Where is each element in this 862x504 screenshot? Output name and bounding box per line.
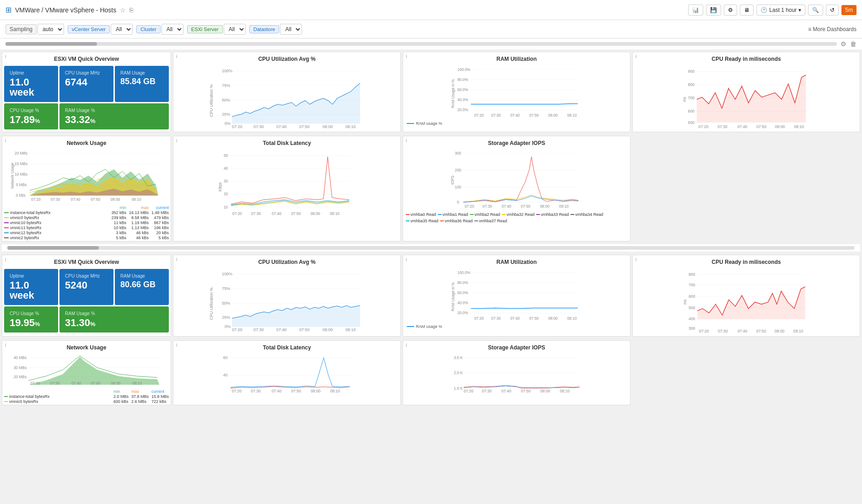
panel-title-8: ESXi VM Quick Overview [2, 255, 171, 267]
refresh-button[interactable]: ↺ [826, 5, 839, 16]
ram-usage-value-2: 80.66 GB [120, 280, 163, 289]
panel-info-1: i [5, 54, 6, 59]
panel-title-6: Total Disk Latency [173, 136, 400, 148]
svg-text:07:50: 07:50 [756, 329, 766, 333]
sampling-select[interactable]: auto [38, 24, 64, 35]
svg-text:07:20: 07:20 [474, 316, 484, 321]
panel-title-13: Total Disk Latency [173, 341, 400, 353]
svg-text:08:10: 08:10 [330, 389, 340, 393]
add-panel-icon: 📊 [692, 7, 699, 13]
svg-text:07:30: 07:30 [251, 389, 261, 393]
network-legend-1: minmaxcurrent instance-total bytesRx352 … [2, 204, 171, 241]
time-picker[interactable]: 🕐 Last 1 hour ▾ [756, 5, 805, 16]
cluster-select[interactable]: All [162, 24, 183, 35]
svg-text:08:00: 08:00 [540, 389, 550, 393]
panel-network-1: i Network Usage 20 MBs 15 MBs 10 MBs 5 M… [2, 136, 171, 241]
svg-text:100.0%: 100.0% [458, 270, 471, 275]
svg-text:07:50: 07:50 [521, 204, 530, 209]
dashboard-row-3: i ESXi VM Quick Overview Uptime 11.0 wee… [0, 253, 862, 338]
delete-small-button[interactable]: 🗑 [850, 40, 857, 48]
svg-text:5 MBs: 5 MBs [16, 182, 27, 187]
svg-text:800: 800 [688, 82, 695, 87]
save-button[interactable]: 💾 [706, 5, 721, 16]
sampling-label: Sampling [5, 24, 37, 34]
svg-text:10 MBs: 10 MBs [15, 172, 27, 177]
svg-text:07:40: 07:40 [501, 389, 512, 393]
cpu-mhz-cell: CPU Usage MHz 6744 [59, 66, 113, 102]
svg-text:07:30: 07:30 [50, 381, 59, 386]
monitor-button[interactable]: 🖥 [740, 5, 754, 16]
svg-text:08:00: 08:00 [548, 316, 558, 321]
svg-text:07:20: 07:20 [464, 204, 474, 209]
top-bar-right: 📊 💾 ⚙ 🖥 🕐 Last 1 hour ▾ 🔍 ↺ 5m [688, 5, 857, 16]
ram-usage-value: 85.84 GB [120, 77, 163, 86]
panel-info-2: i [176, 54, 177, 59]
search-button[interactable]: 🔍 [808, 5, 823, 16]
panel-info-5: i [5, 138, 6, 143]
svg-text:07:50: 07:50 [299, 124, 310, 128]
cpu-mhz-cell-2: CPU Usage MHz 5240 [59, 269, 113, 305]
panel-info-14: i [406, 343, 407, 348]
svg-text:1.0 K: 1.0 K [454, 386, 463, 391]
esxi-select[interactable]: All [224, 24, 246, 35]
more-dashboards[interactable]: ≡ More Dashboards [808, 26, 857, 32]
breadcrumb: VMWare / VMware vSphere - Hosts [15, 6, 116, 14]
monitor-icon: 🖥 [744, 7, 749, 13]
panel-info-3: i [406, 54, 407, 59]
svg-text:08:10: 08:10 [330, 211, 339, 216]
uptime-label: Uptime [10, 70, 53, 75]
svg-text:KBps: KBps [218, 182, 222, 191]
filter-bar-left: Sampling auto vCenter Server All Cluster… [5, 24, 302, 35]
svg-text:07:40: 07:40 [272, 389, 282, 393]
uptime-value: 11.0 week [10, 77, 53, 97]
svg-text:08:10: 08:10 [559, 204, 569, 209]
panel-title-11: CPU Ready in miliseconds [633, 255, 860, 267]
filter-group-datastore: Datastore All [249, 24, 302, 35]
ram-legend-label: RAM usage % [416, 121, 442, 126]
panel-info-8: i [5, 257, 6, 262]
svg-text:07:40: 07:40 [738, 124, 748, 129]
svg-text:300: 300 [455, 151, 461, 155]
svg-text:07:20: 07:20 [31, 197, 41, 202]
refresh-icon: ↺ [830, 7, 835, 13]
ram-pct-value-2: 31.30% [65, 318, 163, 328]
top-bar: ⊞ VMWare / VMware vSphere - Hosts ☆ ⎘ 📊 … [0, 0, 862, 20]
esxi-label: ESXi Server [187, 25, 223, 33]
cpu-util-chart-1: 100% 75% 50% 25% 0% CPU Utilization % 07… [173, 64, 400, 128]
ram-legend-line-2 [407, 326, 414, 327]
dashboard-container[interactable]: i ESXi VM Quick Overview Uptime 11.0 wee… [0, 50, 862, 494]
datastore-select[interactable]: All [280, 24, 302, 35]
svg-text:08:00: 08:00 [323, 124, 333, 128]
panel-title-2: CPU Utilization Avg % [173, 52, 400, 64]
vcenter-label: vCenter Server [68, 25, 110, 33]
svg-text:07:20: 07:20 [463, 389, 474, 393]
gear-small-button[interactable]: ⚙ [840, 40, 846, 48]
uptime-cell-2: Uptime 11.0 week [4, 269, 58, 305]
vcenter-select[interactable]: All [111, 24, 133, 35]
disk-latency-chart-1: 50 40 30 20 10 KBps 07:20 07:30 07:40 [173, 148, 400, 219]
svg-text:07:30: 07:30 [717, 124, 727, 129]
svg-text:500: 500 [689, 306, 695, 310]
settings-button[interactable]: ⚙ [724, 5, 737, 16]
add-panel-button[interactable]: 📊 [688, 5, 703, 16]
star-button[interactable]: ☆ [120, 6, 126, 14]
chevron-down-icon: ▾ [798, 7, 801, 13]
search-icon: 🔍 [812, 7, 819, 13]
network-legend-2: minmaxcurrent instance-total bytesRx2.0 … [2, 388, 171, 405]
svg-text:40 MBs: 40 MBs [14, 355, 27, 360]
svg-text:75%: 75% [222, 286, 230, 291]
svg-text:30: 30 [224, 179, 228, 183]
cpu-pct-label: CPU Usage % [10, 108, 53, 113]
panel-info-13: i [176, 343, 177, 348]
svg-text:10: 10 [224, 205, 228, 209]
panel-storage-iops-1: i Storage Adapter IOPS 300 200 100 0 IOP… [403, 136, 630, 241]
interval-button[interactable]: 5m [841, 5, 857, 15]
share-button[interactable]: ⎘ [129, 6, 133, 14]
scrollbar-area-1: ⚙ 🗑 [0, 38, 862, 50]
panel-info-6: i [176, 138, 177, 143]
ram-pct-value: 33.32% [65, 115, 163, 125]
svg-text:80.0%: 80.0% [458, 280, 469, 285]
svg-text:07:40: 07:40 [510, 113, 520, 118]
svg-text:3.0 K: 3.0 K [454, 355, 463, 360]
svg-text:900: 900 [688, 69, 695, 74]
